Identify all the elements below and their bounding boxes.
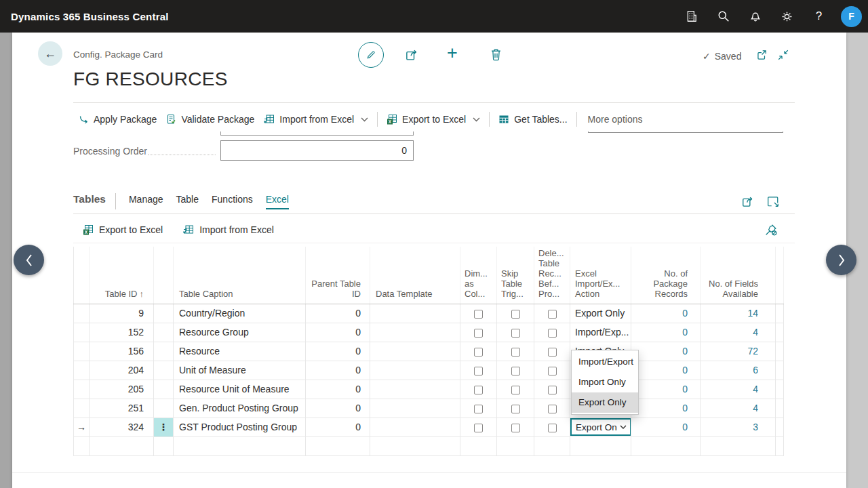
cell-action[interactable]: Export Only — [570, 304, 631, 323]
cell-records[interactable]: 0 — [631, 380, 701, 399]
cell-parent[interactable]: 0 — [306, 418, 370, 436]
cell-menu[interactable]: ⋮ — [154, 418, 174, 436]
cell-dim[interactable] — [460, 342, 497, 361]
checkbox-skip[interactable] — [511, 424, 520, 432]
cell-template[interactable] — [370, 304, 460, 323]
cell-pad[interactable] — [776, 342, 784, 361]
cell-table_id[interactable]: 156 — [90, 342, 154, 361]
cell-caption[interactable]: GST Product Posting Group — [174, 418, 306, 436]
cell-del[interactable] — [534, 304, 570, 323]
get-tables-button[interactable]: Get Tables... — [498, 114, 567, 125]
cell-caption[interactable]: Resource Unit of Measure — [174, 380, 306, 399]
tab-excel[interactable]: Excel — [266, 194, 289, 209]
open-in-new-window-icon[interactable] — [755, 49, 768, 61]
cell-records[interactable]: 0 — [631, 399, 701, 418]
cell-template[interactable] — [370, 323, 460, 342]
column-header-records[interactable]: No. of Package Records — [631, 247, 701, 304]
cell-skip[interactable] — [497, 361, 534, 380]
column-header-skip[interactable]: Skip Table Trig... — [497, 247, 534, 304]
cell-parent[interactable]: 0 — [306, 380, 370, 399]
cell-template[interactable] — [370, 380, 460, 399]
cell-caption[interactable]: Resource — [174, 342, 306, 361]
cell-records[interactable]: 0 — [631, 361, 701, 380]
cell-sel[interactable] — [74, 342, 90, 361]
cell-fields[interactable]: 4 — [701, 380, 776, 399]
cell-caption[interactable]: Unit of Measure — [174, 361, 306, 380]
cell-records[interactable]: 0 — [631, 323, 701, 342]
cell-sel[interactable]: → — [74, 418, 90, 436]
cell-sel[interactable] — [74, 380, 90, 399]
search-icon[interactable] — [707, 0, 739, 33]
checkbox-del[interactable] — [548, 367, 557, 375]
import-from-excel-button[interactable]: Import from Excel — [264, 114, 354, 125]
delete-button[interactable] — [490, 47, 502, 62]
cell-menu[interactable] — [154, 323, 174, 342]
cell-dim[interactable] — [460, 418, 497, 436]
cell-table_id[interactable]: 9 — [90, 304, 154, 323]
settings-icon[interactable] — [771, 0, 803, 33]
back-button[interactable]: ← — [38, 41, 62, 66]
cell-action[interactable]: Export On — [570, 418, 631, 436]
row-menu-icon[interactable]: ⋮ — [159, 422, 168, 432]
cell-skip[interactable] — [497, 323, 534, 342]
cell-fields[interactable]: 3 — [701, 418, 776, 436]
validate-package-button[interactable]: Validate Package — [166, 114, 254, 125]
dropdown-option[interactable]: Import Only — [572, 372, 638, 392]
records-link[interactable]: 0 — [682, 422, 688, 432]
cell-dim[interactable] — [460, 323, 497, 342]
fields-link[interactable]: 14 — [747, 308, 758, 319]
cell-dim[interactable] — [460, 304, 497, 323]
checkbox-del[interactable] — [548, 405, 557, 413]
cell-del[interactable] — [534, 399, 570, 418]
cell-records[interactable]: 0 — [631, 304, 701, 323]
fields-link[interactable]: 4 — [753, 384, 758, 394]
checkbox-del[interactable] — [548, 310, 557, 319]
fields-link[interactable]: 72 — [747, 346, 758, 357]
checkbox-del[interactable] — [548, 329, 557, 338]
cell-parent[interactable]: 0 — [306, 323, 370, 342]
fields-link[interactable]: 3 — [753, 422, 758, 432]
cell-del[interactable] — [534, 361, 570, 380]
next-record-button[interactable] — [826, 245, 856, 275]
company-icon[interactable] — [675, 0, 707, 33]
checkbox-dim[interactable] — [474, 310, 483, 319]
cell-sel[interactable] — [74, 361, 90, 380]
cell-pad[interactable] — [776, 399, 784, 418]
apply-package-button[interactable]: Apply Package — [79, 114, 157, 125]
cell-template[interactable] — [370, 342, 460, 361]
checkbox-dim[interactable] — [474, 329, 483, 338]
cell-skip[interactable] — [497, 380, 534, 399]
records-link[interactable]: 0 — [682, 403, 688, 413]
fields-link[interactable]: 4 — [753, 403, 758, 413]
checkbox-skip[interactable] — [511, 367, 520, 375]
cell-pad[interactable] — [776, 361, 784, 380]
checkbox-dim[interactable] — [474, 386, 483, 394]
cell-caption[interactable]: Resource Group — [174, 323, 306, 342]
cell-del[interactable] — [534, 418, 570, 436]
cell-table_id[interactable]: 251 — [90, 399, 154, 418]
checkbox-skip[interactable] — [511, 386, 520, 394]
checkbox-skip[interactable] — [511, 329, 520, 338]
column-header-table_id[interactable]: Table ID↑ — [90, 247, 154, 304]
cell-del[interactable] — [534, 342, 570, 361]
cell-skip[interactable] — [497, 342, 534, 361]
cell-template[interactable] — [370, 361, 460, 380]
column-header-dim[interactable]: Dim... as Col... — [460, 247, 497, 304]
cell-table_id[interactable]: 204 — [90, 361, 154, 380]
column-header-parent[interactable]: Parent Table ID — [306, 247, 370, 304]
cell-menu[interactable] — [154, 380, 174, 399]
focus-mode-icon[interactable] — [767, 195, 779, 208]
cell-template[interactable] — [370, 399, 460, 418]
help-icon[interactable]: ? — [803, 0, 835, 33]
cell-caption[interactable]: Country/Region — [174, 304, 306, 323]
column-header-caption[interactable]: Table Caption — [174, 247, 306, 304]
cell-del[interactable] — [534, 323, 570, 342]
cell-caption[interactable]: Gen. Product Posting Group — [174, 399, 306, 418]
cell-sel[interactable] — [74, 399, 90, 418]
cell-menu[interactable] — [154, 399, 174, 418]
checkbox-del[interactable] — [548, 386, 557, 394]
more-options-button[interactable]: More options — [588, 114, 643, 125]
tab-functions[interactable]: Functions — [212, 194, 253, 209]
cell-pad[interactable] — [776, 380, 784, 399]
section-caption[interactable]: Tables — [73, 193, 106, 205]
